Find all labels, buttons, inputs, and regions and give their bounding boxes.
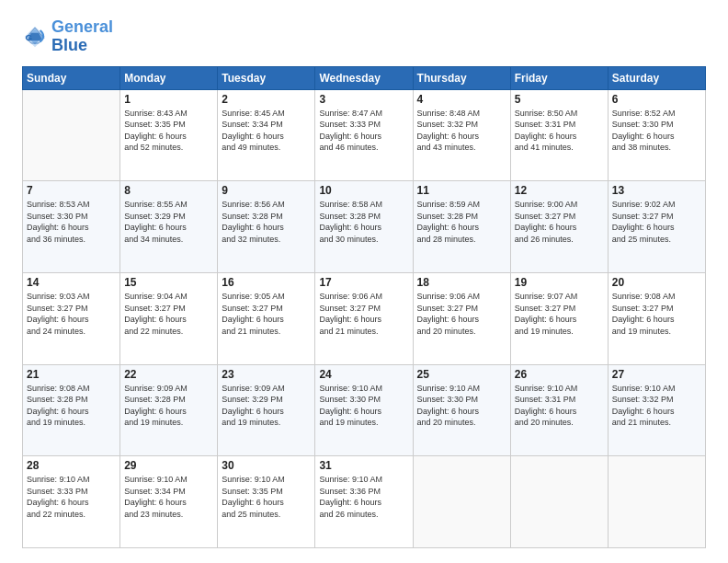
weekday-header-monday: Monday (120, 66, 218, 89)
calendar-cell: 24Sunrise: 9:10 AM Sunset: 3:30 PM Dayli… (315, 364, 413, 456)
calendar-cell: 30Sunrise: 9:10 AM Sunset: 3:35 PM Dayli… (218, 456, 315, 548)
calendar-cell: 10Sunrise: 8:58 AM Sunset: 3:28 PM Dayli… (315, 181, 413, 273)
calendar-week-row: 1Sunrise: 8:43 AM Sunset: 3:35 PM Daylig… (23, 89, 706, 181)
calendar-cell (608, 456, 705, 548)
calendar-week-row: 28Sunrise: 9:10 AM Sunset: 3:33 PM Dayli… (23, 456, 706, 548)
day-info: Sunrise: 8:47 AM Sunset: 3:33 PM Dayligh… (319, 108, 408, 154)
day-info: Sunrise: 9:10 AM Sunset: 3:31 PM Dayligh… (515, 383, 604, 429)
day-info: Sunrise: 8:53 AM Sunset: 3:30 PM Dayligh… (27, 199, 116, 245)
day-number: 12 (515, 184, 604, 197)
weekday-header-wednesday: Wednesday (315, 66, 413, 89)
day-info: Sunrise: 9:10 AM Sunset: 3:36 PM Dayligh… (319, 474, 408, 520)
calendar-cell: 29Sunrise: 9:10 AM Sunset: 3:34 PM Dayli… (120, 456, 218, 548)
day-info: Sunrise: 9:10 AM Sunset: 3:34 PM Dayligh… (124, 474, 213, 520)
day-info: Sunrise: 9:10 AM Sunset: 3:30 PM Dayligh… (319, 383, 408, 429)
day-info: Sunrise: 9:08 AM Sunset: 3:28 PM Dayligh… (27, 383, 116, 429)
day-info: Sunrise: 9:10 AM Sunset: 3:32 PM Dayligh… (612, 383, 701, 429)
day-info: Sunrise: 8:43 AM Sunset: 3:35 PM Dayligh… (124, 108, 213, 154)
day-number: 2 (222, 93, 311, 106)
day-info: Sunrise: 9:08 AM Sunset: 3:27 PM Dayligh… (612, 291, 701, 337)
day-number: 16 (222, 276, 311, 289)
calendar-cell: 21Sunrise: 9:08 AM Sunset: 3:28 PM Dayli… (23, 364, 120, 456)
day-number: 11 (417, 184, 506, 197)
day-number: 6 (612, 93, 701, 106)
day-number: 3 (319, 93, 408, 106)
day-number: 19 (515, 276, 604, 289)
calendar-cell: 3Sunrise: 8:47 AM Sunset: 3:33 PM Daylig… (315, 89, 413, 181)
day-number: 5 (515, 93, 604, 106)
day-number: 29 (124, 459, 213, 472)
day-number: 31 (319, 459, 408, 472)
calendar-cell: 9Sunrise: 8:56 AM Sunset: 3:28 PM Daylig… (218, 181, 315, 273)
header: G General Blue (22, 18, 706, 55)
day-number: 9 (222, 184, 311, 197)
day-number: 24 (319, 368, 408, 381)
calendar-week-row: 21Sunrise: 9:08 AM Sunset: 3:28 PM Dayli… (23, 364, 706, 456)
day-number: 30 (222, 459, 311, 472)
day-info: Sunrise: 9:03 AM Sunset: 3:27 PM Dayligh… (27, 291, 116, 337)
day-info: Sunrise: 9:09 AM Sunset: 3:29 PM Dayligh… (222, 383, 311, 429)
day-number: 21 (27, 368, 116, 381)
logo-text: General Blue (51, 18, 113, 55)
day-info: Sunrise: 8:55 AM Sunset: 3:29 PM Dayligh… (124, 199, 213, 245)
day-info: Sunrise: 9:02 AM Sunset: 3:27 PM Dayligh… (612, 199, 701, 245)
weekday-header-friday: Friday (510, 66, 608, 89)
day-number: 22 (124, 368, 213, 381)
calendar-cell: 12Sunrise: 9:00 AM Sunset: 3:27 PM Dayli… (510, 181, 608, 273)
weekday-header-saturday: Saturday (608, 66, 705, 89)
day-info: Sunrise: 8:48 AM Sunset: 3:32 PM Dayligh… (417, 108, 506, 154)
calendar-cell: 27Sunrise: 9:10 AM Sunset: 3:32 PM Dayli… (608, 364, 705, 456)
calendar-header-row: SundayMondayTuesdayWednesdayThursdayFrid… (23, 66, 706, 89)
day-info: Sunrise: 9:10 AM Sunset: 3:33 PM Dayligh… (27, 474, 116, 520)
day-number: 27 (612, 368, 701, 381)
day-info: Sunrise: 9:00 AM Sunset: 3:27 PM Dayligh… (515, 199, 604, 245)
weekday-header-sunday: Sunday (23, 66, 120, 89)
day-info: Sunrise: 8:58 AM Sunset: 3:28 PM Dayligh… (319, 199, 408, 245)
calendar-cell: 17Sunrise: 9:06 AM Sunset: 3:27 PM Dayli… (315, 272, 413, 364)
day-info: Sunrise: 9:10 AM Sunset: 3:30 PM Dayligh… (417, 383, 506, 429)
day-info: Sunrise: 9:04 AM Sunset: 3:27 PM Dayligh… (124, 291, 213, 337)
calendar-cell: 11Sunrise: 8:59 AM Sunset: 3:28 PM Dayli… (413, 181, 510, 273)
calendar-cell: 7Sunrise: 8:53 AM Sunset: 3:30 PM Daylig… (23, 181, 120, 273)
calendar-week-row: 14Sunrise: 9:03 AM Sunset: 3:27 PM Dayli… (23, 272, 706, 364)
calendar-cell: 19Sunrise: 9:07 AM Sunset: 3:27 PM Dayli… (510, 272, 608, 364)
day-number: 8 (124, 184, 213, 197)
day-info: Sunrise: 9:10 AM Sunset: 3:35 PM Dayligh… (222, 474, 311, 520)
weekday-header-thursday: Thursday (413, 66, 510, 89)
day-number: 1 (124, 93, 213, 106)
calendar-cell: 31Sunrise: 9:10 AM Sunset: 3:36 PM Dayli… (315, 456, 413, 548)
day-number: 18 (417, 276, 506, 289)
day-number: 26 (515, 368, 604, 381)
weekday-header-tuesday: Tuesday (218, 66, 315, 89)
day-info: Sunrise: 8:52 AM Sunset: 3:30 PM Dayligh… (612, 108, 701, 154)
calendar-cell: 25Sunrise: 9:10 AM Sunset: 3:30 PM Dayli… (413, 364, 510, 456)
logo-icon: G (22, 24, 48, 50)
calendar-cell: 14Sunrise: 9:03 AM Sunset: 3:27 PM Dayli… (23, 272, 120, 364)
day-number: 28 (27, 459, 116, 472)
svg-text:G: G (26, 32, 33, 42)
calendar-cell (510, 456, 608, 548)
logo: G General Blue (22, 18, 113, 55)
day-number: 13 (612, 184, 701, 197)
calendar-cell: 2Sunrise: 8:45 AM Sunset: 3:34 PM Daylig… (218, 89, 315, 181)
calendar-cell: 4Sunrise: 8:48 AM Sunset: 3:32 PM Daylig… (413, 89, 510, 181)
day-info: Sunrise: 9:06 AM Sunset: 3:27 PM Dayligh… (319, 291, 408, 337)
day-number: 17 (319, 276, 408, 289)
day-number: 14 (27, 276, 116, 289)
calendar-cell: 22Sunrise: 9:09 AM Sunset: 3:28 PM Dayli… (120, 364, 218, 456)
day-info: Sunrise: 9:09 AM Sunset: 3:28 PM Dayligh… (124, 383, 213, 429)
calendar-cell (413, 456, 510, 548)
day-number: 10 (319, 184, 408, 197)
day-number: 7 (27, 184, 116, 197)
day-info: Sunrise: 8:45 AM Sunset: 3:34 PM Dayligh… (222, 108, 311, 154)
calendar-cell: 26Sunrise: 9:10 AM Sunset: 3:31 PM Dayli… (510, 364, 608, 456)
day-info: Sunrise: 8:59 AM Sunset: 3:28 PM Dayligh… (417, 199, 506, 245)
calendar-cell: 16Sunrise: 9:05 AM Sunset: 3:27 PM Dayli… (218, 272, 315, 364)
day-info: Sunrise: 9:07 AM Sunset: 3:27 PM Dayligh… (515, 291, 604, 337)
day-info: Sunrise: 8:50 AM Sunset: 3:31 PM Dayligh… (515, 108, 604, 154)
day-info: Sunrise: 8:56 AM Sunset: 3:28 PM Dayligh… (222, 199, 311, 245)
day-number: 25 (417, 368, 506, 381)
day-number: 23 (222, 368, 311, 381)
day-info: Sunrise: 9:05 AM Sunset: 3:27 PM Dayligh… (222, 291, 311, 337)
calendar-cell: 15Sunrise: 9:04 AM Sunset: 3:27 PM Dayli… (120, 272, 218, 364)
